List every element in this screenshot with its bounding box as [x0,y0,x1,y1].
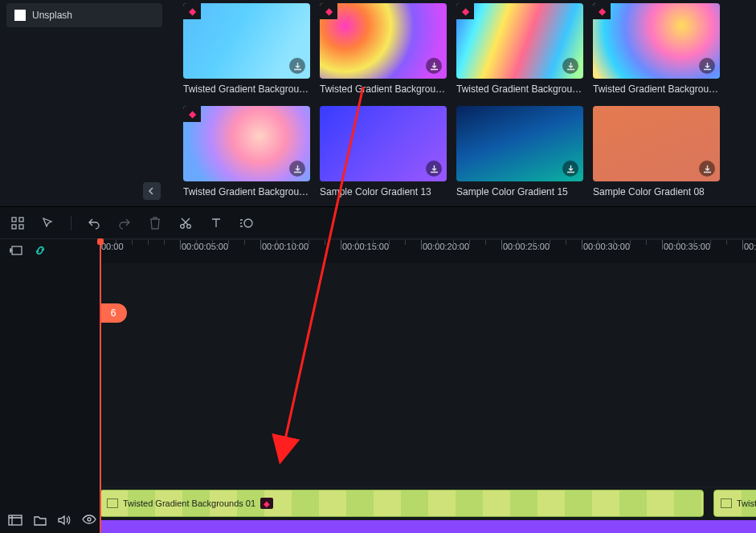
track-gutter-icons [8,515,96,528]
tick-label: 00:00:30:00 [583,242,630,251]
download-icon [703,165,712,173]
thumbnail[interactable] [456,106,583,181]
folder-icon[interactable] [34,515,47,528]
image-icon [107,498,118,508]
thumbnail[interactable]: ◆ [183,106,310,181]
sidebar-collapse-button[interactable] [143,182,161,200]
svg-rect-4 [19,225,23,229]
tick-minor [710,240,711,245]
ruler-left-controls [0,239,100,263]
thumbnail[interactable]: ◆ [183,3,310,79]
download-button[interactable] [289,58,305,74]
media-browser: Unsplash ◆Twisted Gradient Backgroun…◆Tw… [0,0,756,207]
timeline-tracks: 6 Twisted Gradient Backgrounds 01◆Twist [0,263,756,533]
tick-minor [357,240,358,245]
track-canvas[interactable]: 6 Twisted Gradient Backgrounds 01◆Twist [100,263,756,533]
asset-twisted-gradient-2[interactable]: ◆Twisted Gradient Backgroun… [456,3,583,95]
image-icon [721,498,732,508]
download-button[interactable] [426,58,442,74]
svg-rect-3 [12,225,16,229]
clip-label: Twisted Gradient Backgrounds 01 [123,498,255,508]
tick-minor [132,240,133,245]
media-sidebar: Unsplash [0,0,169,206]
volume-icon[interactable] [58,515,71,528]
thumbnail[interactable]: ◆ [593,3,720,79]
asset-sample-gradient-13[interactable]: Sample Color Gradient 13 [320,106,447,197]
asset-twisted-gradient-3[interactable]: ◆Twisted Gradient Backgroun… [593,3,720,95]
playhead[interactable] [100,240,101,533]
svg-rect-1 [12,218,16,222]
tick-minor [485,240,486,245]
download-button[interactable] [699,58,715,74]
tick-minor [453,240,454,245]
tick-minor [550,240,550,245]
asset-caption: Twisted Gradient Backgroun… [593,83,720,95]
motion-icon[interactable] [239,215,255,231]
gem-icon: ◆ [189,6,196,16]
thumbnail[interactable] [320,106,447,181]
svg-rect-9 [9,515,22,525]
download-button[interactable] [562,58,578,74]
asset-twisted-gradient-1[interactable]: ◆Twisted Gradient Backgroun… [320,3,447,95]
thumbnail[interactable] [593,106,720,181]
pointer-icon[interactable] [40,215,56,231]
tick-label: 00:00 [101,242,124,251]
audio-track-bar[interactable] [100,520,756,533]
tick-label: 00: [744,242,756,251]
thumbnail[interactable]: ◆ [456,3,583,79]
media-icon[interactable] [8,515,22,528]
tick-minor [694,240,695,245]
asset-twisted-gradient-0[interactable]: ◆Twisted Gradient Backgroun… [183,3,310,95]
download-icon [293,62,302,71]
tick-minor [405,240,406,245]
text-icon[interactable] [208,215,224,231]
download-button[interactable] [289,161,305,177]
download-icon [566,165,575,173]
tick-minor [726,240,727,245]
tick-label: 00:00:25:00 [503,242,550,251]
marker-pill[interactable]: 6 [100,303,127,323]
cut-icon[interactable] [178,215,194,231]
tick-minor [614,240,615,245]
download-button[interactable] [562,161,578,177]
tick-minor [646,240,647,245]
tick-minor [116,240,116,245]
download-icon [430,165,439,173]
tick-minor [292,240,293,245]
gem-icon: ◆ [599,6,606,16]
delete-icon[interactable] [147,215,163,231]
undo-icon[interactable] [86,215,102,231]
download-button[interactable] [699,161,715,177]
tick-minor [148,240,149,245]
asset-sample-gradient-15[interactable]: Sample Color Gradient 15 [456,106,583,197]
tick-major [662,240,663,250]
tick-minor [533,240,534,245]
tick-minor [373,240,374,245]
tick-label: 00:00:15:00 [342,242,389,251]
asset-sample-gradient-08[interactable]: Sample Color Gradient 08 [593,106,720,197]
source-unsplash[interactable]: Unsplash [6,3,162,27]
source-unsplash-label: Unsplash [32,10,72,21]
asset-caption: Twisted Gradient Backgroun… [183,186,310,197]
svg-point-6 [187,224,191,228]
layout-icon[interactable] [10,215,26,231]
tick-minor [517,240,518,245]
visibility-icon[interactable] [82,515,96,528]
download-icon [430,62,439,71]
thumbnail[interactable]: ◆ [320,3,447,79]
tick-minor [630,240,631,245]
download-button[interactable] [426,161,442,177]
link-icon[interactable] [34,244,47,259]
timeline-ruler[interactable]: 00:0000:00:05:0000:00:10:0000:00:15:0000… [100,239,756,263]
redo-icon[interactable] [116,215,133,231]
asset-gallery: ◆Twisted Gradient Backgroun…◆Twisted Gra… [169,0,756,206]
chevron-left-icon [148,187,156,195]
clip-next[interactable]: Twist [713,490,756,517]
tick-minor [276,240,277,245]
gem-icon: ◆ [325,6,333,16]
tick-minor [678,240,679,245]
clip-main[interactable]: Twisted Gradient Backgrounds 01◆ [100,490,704,517]
tick-minor [469,240,470,245]
add-frame-icon[interactable] [10,245,22,258]
asset-twisted-gradient-4[interactable]: ◆Twisted Gradient Backgroun… [183,106,310,197]
